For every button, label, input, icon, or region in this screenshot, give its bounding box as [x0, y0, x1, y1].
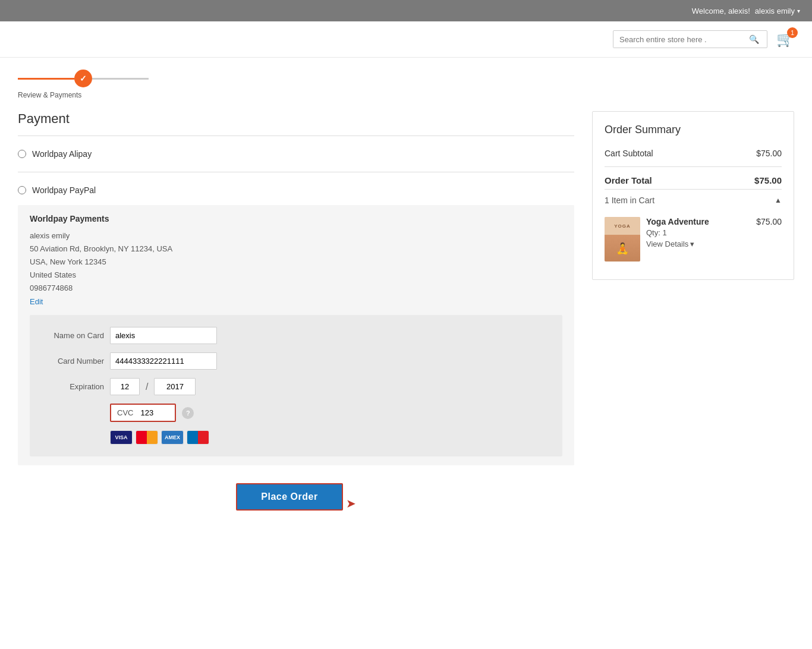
progress-label: Review & Payments	[18, 91, 794, 99]
cart-item-qty: Qty: 1	[646, 228, 750, 237]
place-order-arrow-icon: ➤	[346, 496, 356, 511]
cart-subtotal-value: $75.00	[756, 149, 782, 158]
cart-item: YOGA 🧘 Yoga Adventure Qty: 1 View Detail…	[605, 211, 782, 267]
divider-1	[18, 136, 574, 136]
visa-logo: VISA	[110, 430, 133, 445]
cart-items-label: 1 Item in Cart	[605, 196, 654, 205]
cart-item-image: YOGA 🧘	[605, 217, 640, 262]
expiration-row: Expiration /	[39, 378, 553, 395]
mastercard-logo	[136, 430, 158, 445]
place-order-button[interactable]: Place Order	[236, 483, 342, 511]
order-summary-box: Order Summary Cart Subtotal $75.00 Order…	[592, 111, 794, 280]
exp-separator: /	[146, 382, 148, 392]
cart-item-name: Yoga Adventure	[646, 217, 750, 226]
name-on-card-label: Name on Card	[39, 331, 104, 340]
exp-year-input[interactable]	[154, 378, 196, 395]
card-number-input[interactable]	[110, 352, 217, 370]
book-cover-top: YOGA	[605, 217, 640, 235]
progress-section: ✓ Review & Payments	[0, 58, 812, 99]
qty-value: 1	[662, 228, 666, 237]
progress-bar: ✓	[18, 70, 149, 87]
cvc-input[interactable]	[138, 406, 174, 420]
header: 🔍 🛒 1	[0, 21, 812, 58]
name-on-card-input[interactable]	[110, 327, 217, 344]
view-details-button[interactable]: View Details ▾	[646, 240, 750, 248]
search-icon: 🔍	[749, 34, 759, 44]
user-name: alexis emily	[755, 7, 795, 15]
main-content: Payment Worldpay Alipay Worldpay PayPal …	[0, 99, 812, 546]
order-total-row: Order Total $75.00	[605, 172, 782, 189]
alipay-label: Worldpay Alipay	[32, 149, 92, 159]
order-summary-title: Order Summary	[605, 124, 782, 136]
right-panel: Order Summary Cart Subtotal $75.00 Order…	[592, 111, 794, 280]
cvc-label: CVC	[112, 406, 138, 420]
card-form: Name on Card Card Number Expiration /	[30, 315, 562, 456]
edit-link[interactable]: Edit	[30, 297, 43, 306]
cvc-row: CVC ?	[110, 404, 553, 422]
place-order-section: Place Order ➤	[18, 483, 574, 534]
view-details-chevron-icon: ▾	[690, 240, 694, 248]
summary-divider	[605, 166, 782, 167]
order-total-label: Order Total	[605, 175, 652, 185]
user-chevron-icon: ▾	[797, 8, 800, 14]
search-bar: 🔍	[613, 30, 767, 48]
order-total-value: $75.00	[754, 175, 782, 185]
cart-chevron-icon: ▲	[775, 196, 782, 204]
cvc-box: CVC	[110, 404, 176, 422]
progress-line-right	[92, 78, 149, 80]
top-bar: Welcome, alexis! alexis emily ▾	[0, 0, 812, 21]
cart-item-details: Yoga Adventure Qty: 1 View Details ▾	[646, 217, 750, 248]
page-title: Payment	[18, 111, 574, 127]
payment-option-paypal[interactable]: Worldpay PayPal	[18, 178, 574, 202]
card-number-label: Card Number	[39, 357, 104, 366]
cart-subtotal-row: Cart Subtotal $75.00	[605, 145, 782, 162]
worldpay-section-title: Worldpay Payments	[30, 214, 562, 223]
address-country: United States	[30, 269, 562, 282]
address-info: alexis emily 50 Aviation Rd, Brooklyn, N…	[30, 229, 562, 295]
card-number-row: Card Number	[39, 352, 553, 370]
search-input[interactable]	[613, 31, 744, 48]
view-details-label: View Details	[646, 240, 688, 248]
cart-items-header[interactable]: 1 Item in Cart ▲	[605, 189, 782, 211]
user-menu[interactable]: alexis emily ▾	[755, 7, 800, 15]
exp-month-input[interactable]	[110, 378, 140, 395]
progress-line-left	[18, 78, 74, 80]
cart-badge: 1	[787, 27, 798, 38]
address-name: alexis emily	[30, 229, 562, 242]
paypal-label: Worldpay PayPal	[32, 185, 96, 195]
check-icon: ✓	[80, 74, 87, 83]
cart-subtotal-label: Cart Subtotal	[605, 149, 653, 158]
cart-icon[interactable]: 🛒 1	[776, 31, 794, 48]
welcome-text: Welcome, alexis!	[692, 7, 750, 15]
cvc-help-icon[interactable]: ?	[182, 407, 194, 419]
amex-logo: AMEX	[161, 430, 184, 445]
paypal-radio[interactable]	[18, 186, 26, 194]
book-cover-body: 🧘	[605, 235, 640, 262]
divider-2	[18, 172, 574, 172]
search-button[interactable]: 🔍	[744, 31, 764, 48]
address-phone: 0986774868	[30, 282, 562, 295]
left-panel: Payment Worldpay Alipay Worldpay PayPal …	[18, 111, 574, 534]
payment-option-alipay[interactable]: Worldpay Alipay	[18, 142, 574, 166]
expiration-label: Expiration	[39, 382, 104, 391]
qty-label: Qty:	[646, 228, 660, 237]
cart-item-price: $75.00	[756, 217, 782, 226]
address-city-state: USA, New York 12345	[30, 256, 562, 269]
alipay-radio[interactable]	[18, 150, 26, 158]
worldpay-section: Worldpay Payments alexis emily 50 Aviati…	[18, 205, 574, 465]
progress-step-circle: ✓	[74, 70, 92, 87]
address-street: 50 Aviation Rd, Brooklyn, NY 11234, USA	[30, 242, 562, 256]
name-on-card-row: Name on Card	[39, 327, 553, 344]
maestro-logo	[187, 430, 209, 445]
card-logos: VISA AMEX	[110, 430, 553, 445]
